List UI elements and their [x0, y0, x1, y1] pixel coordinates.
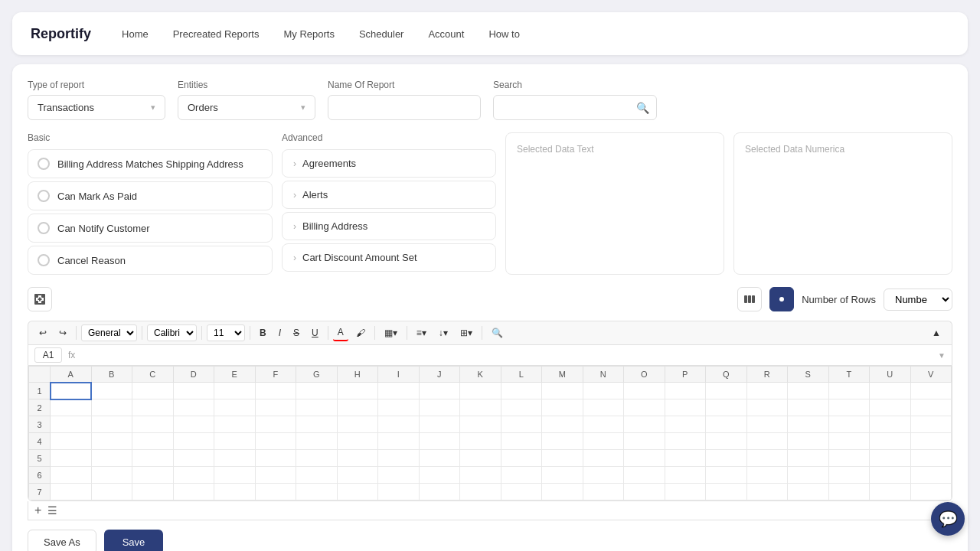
col-header-d[interactable]: D: [173, 367, 214, 383]
cell-Q3[interactable]: [706, 416, 747, 433]
cell-F1[interactable]: [255, 383, 296, 399]
col-header-e[interactable]: E: [214, 367, 256, 383]
cell-P3[interactable]: [665, 416, 706, 433]
col-header-g[interactable]: G: [296, 367, 338, 383]
col-header-p[interactable]: P: [665, 367, 706, 383]
cell-O5[interactable]: [624, 450, 665, 467]
italic-btn[interactable]: I: [274, 325, 286, 341]
strikethrough-btn[interactable]: S: [289, 325, 304, 341]
cell-O7[interactable]: [624, 484, 665, 500]
col-header-u[interactable]: U: [870, 367, 911, 383]
cell-H2[interactable]: [337, 399, 378, 416]
cell-U4[interactable]: [870, 433, 911, 450]
cell-R5[interactable]: [746, 450, 788, 467]
cell-D6[interactable]: [173, 467, 214, 484]
cell-P5[interactable]: [665, 450, 706, 467]
cell-K5[interactable]: [460, 450, 501, 467]
cell-T3[interactable]: [828, 416, 870, 433]
cell-S3[interactable]: [788, 416, 829, 433]
cell-J6[interactable]: [419, 467, 460, 484]
field-item-mark-as-paid[interactable]: Can Mark As Paid: [28, 181, 273, 210]
formula-expand-btn[interactable]: ▼: [938, 351, 946, 360]
col-header-t[interactable]: T: [828, 367, 870, 383]
cell-M2[interactable]: [542, 399, 583, 416]
cell-Q1[interactable]: [706, 383, 747, 399]
cell-G7[interactable]: [296, 484, 338, 500]
cell-B6[interactable]: [91, 467, 132, 484]
valign-btn[interactable]: ↓▾: [434, 325, 452, 341]
cell-R4[interactable]: [746, 433, 788, 450]
cell-S7[interactable]: [788, 484, 829, 500]
cell-V7[interactable]: [910, 484, 952, 500]
cell-I6[interactable]: [378, 467, 420, 484]
add-sheet-btn[interactable]: +: [34, 504, 41, 517]
col-header-o[interactable]: O: [624, 367, 665, 383]
cell-V2[interactable]: [910, 399, 952, 416]
cell-N6[interactable]: [583, 467, 624, 484]
cell-H7[interactable]: [337, 484, 378, 500]
cell-U5[interactable]: [870, 450, 911, 467]
cell-O6[interactable]: [624, 467, 665, 484]
cell-C7[interactable]: [132, 484, 174, 500]
entity-billing-address[interactable]: › Billing Address: [282, 212, 496, 240]
cell-T5[interactable]: [828, 450, 870, 467]
cell-D3[interactable]: [173, 416, 214, 433]
cell-F7[interactable]: [255, 484, 296, 500]
borders-btn[interactable]: ▦▾: [380, 325, 402, 341]
entities-select[interactable]: Orders ▾: [178, 95, 315, 120]
sheet-menu-btn[interactable]: ☰: [47, 504, 57, 517]
cell-O4[interactable]: [624, 433, 665, 450]
cell-F4[interactable]: [255, 433, 296, 450]
col-header-b[interactable]: B: [91, 367, 132, 383]
nav-my-reports[interactable]: My Reports: [274, 24, 343, 44]
cell-F3[interactable]: [255, 416, 296, 433]
cell-K7[interactable]: [460, 484, 501, 500]
cell-H3[interactable]: [337, 416, 378, 433]
cell-Q2[interactable]: [706, 399, 747, 416]
cell-C2[interactable]: [132, 399, 174, 416]
cell-D7[interactable]: [173, 484, 214, 500]
cell-D1[interactable]: [173, 383, 214, 399]
cell-G3[interactable]: [296, 416, 338, 433]
font-color-btn[interactable]: A: [333, 324, 348, 341]
col-header-f[interactable]: F: [255, 367, 296, 383]
wrap-btn[interactable]: ⊞▾: [456, 325, 477, 341]
cell-F5[interactable]: [255, 450, 296, 467]
collapse-btn[interactable]: ▲: [927, 325, 946, 341]
cell-R1[interactable]: [746, 383, 788, 399]
save-as-button[interactable]: Save As: [28, 530, 96, 551]
cell-B1[interactable]: [91, 383, 132, 399]
cell-A5[interactable]: [51, 450, 92, 467]
cell-S1[interactable]: [788, 383, 829, 399]
cell-I3[interactable]: [378, 416, 420, 433]
cell-A2[interactable]: [51, 399, 92, 416]
nav-how-to[interactable]: How to: [479, 24, 528, 44]
col-header-c[interactable]: C: [132, 367, 174, 383]
cell-O2[interactable]: [624, 399, 665, 416]
cell-A7[interactable]: [51, 484, 92, 500]
nav-scheduler[interactable]: Scheduler: [350, 24, 413, 44]
format-select[interactable]: General: [81, 324, 137, 341]
name-of-report-input[interactable]: [328, 95, 481, 120]
col-header-i[interactable]: I: [378, 367, 420, 383]
cell-J2[interactable]: [419, 399, 460, 416]
cell-V6[interactable]: [910, 467, 952, 484]
cell-J5[interactable]: [419, 450, 460, 467]
cell-T4[interactable]: [828, 433, 870, 450]
col-header-k[interactable]: K: [460, 367, 501, 383]
save-button[interactable]: Save: [104, 530, 164, 551]
cell-A3[interactable]: [51, 416, 92, 433]
font-size-select[interactable]: 11: [207, 324, 245, 341]
cell-K6[interactable]: [460, 467, 501, 484]
cell-G6[interactable]: [296, 467, 338, 484]
chat-bubble[interactable]: 💬: [931, 502, 965, 536]
cell-H5[interactable]: [337, 450, 378, 467]
cell-K4[interactable]: [460, 433, 501, 450]
cell-N1[interactable]: [583, 383, 624, 399]
cell-V1[interactable]: [910, 383, 952, 399]
cell-U6[interactable]: [870, 467, 911, 484]
nav-account[interactable]: Account: [419, 24, 473, 44]
cell-N7[interactable]: [583, 484, 624, 500]
cell-T1[interactable]: [828, 383, 870, 399]
cell-S2[interactable]: [788, 399, 829, 416]
